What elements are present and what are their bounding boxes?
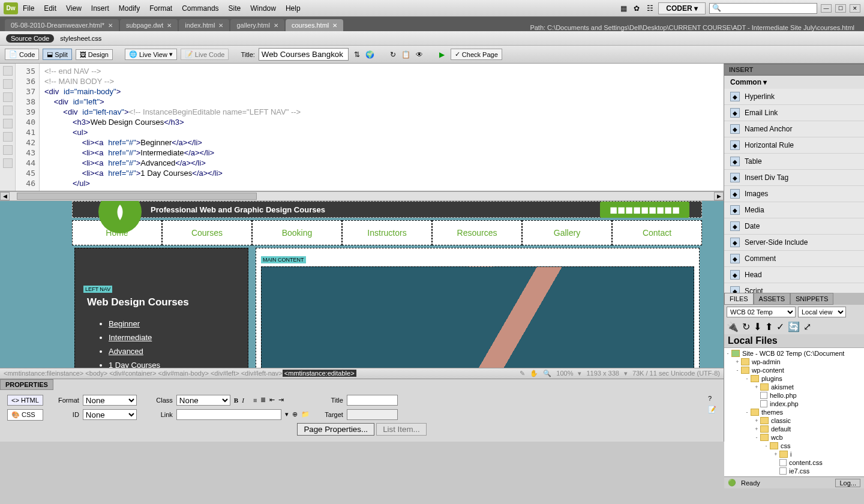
- title-input[interactable]: [347, 395, 398, 406]
- visual-aids-icon[interactable]: 👁: [415, 50, 424, 59]
- close-tab-icon[interactable]: ✕: [274, 22, 278, 29]
- get-icon[interactable]: ⬇: [754, 321, 761, 332]
- checkout-icon[interactable]: ✓: [776, 321, 784, 332]
- panel-tab[interactable]: SNIPPETS: [790, 293, 833, 305]
- live-view-button[interactable]: 🌐Live View ▾: [125, 49, 177, 60]
- view-select[interactable]: Local view: [798, 307, 846, 317]
- site-icon[interactable]: ☷: [645, 4, 655, 13]
- zoom-tool-icon[interactable]: 🔍: [543, 370, 551, 377]
- window-size[interactable]: 1193 x 338: [586, 370, 619, 377]
- menu-modify[interactable]: Modify: [119, 4, 140, 13]
- validate-icon[interactable]: ▶: [437, 50, 447, 59]
- insert-item[interactable]: ◆Media: [724, 202, 864, 218]
- file-mgmt-icon[interactable]: ⇅: [352, 50, 362, 59]
- nav-item[interactable]: Contact: [612, 220, 702, 245]
- ul-button[interactable]: ≡: [253, 397, 257, 404]
- file-row[interactable]: content.css: [724, 458, 864, 467]
- tag-crumb[interactable]: <div#main-body>: [158, 370, 208, 377]
- code-text[interactable]: <!-- end NAV --> <!-- MAIN BODY --> <div…: [40, 64, 724, 191]
- code-view[interactable]: 353637383940414243444546 <!-- end NAV --…: [0, 64, 724, 191]
- site-select[interactable]: WCB 02 Temp: [727, 307, 796, 317]
- quick-tag-icon[interactable]: 📝: [708, 406, 716, 413]
- design-view-button[interactable]: 🖼Design: [76, 49, 113, 60]
- sync-icon[interactable]: 🔄: [788, 321, 800, 332]
- tag-active[interactable]: <mmtinstance:editable>: [283, 370, 356, 377]
- menu-format[interactable]: Format: [149, 4, 172, 13]
- folder-row[interactable]: +classic: [724, 416, 864, 425]
- nav-item[interactable]: Instructors: [342, 220, 432, 245]
- check-page-button[interactable]: ✓Check Page: [451, 49, 502, 60]
- pointer-tool-icon[interactable]: ✎: [520, 370, 525, 377]
- tag-crumb[interactable]: <div#left>: [211, 370, 239, 377]
- source-code-pill[interactable]: Source Code: [6, 34, 54, 43]
- tag-crumb[interactable]: <div#container>: [109, 370, 156, 377]
- tool-icon[interactable]: [3, 158, 13, 168]
- panel-tab[interactable]: ASSETS: [754, 293, 790, 305]
- workspace-switcher[interactable]: CODER ▾: [658, 2, 706, 14]
- tool-icon[interactable]: [3, 106, 13, 115]
- folder-row[interactable]: +i: [724, 450, 864, 458]
- files-tree[interactable]: -Site - WCB 02 Temp (C:\Document +wp-adm…: [724, 348, 864, 476]
- search-input[interactable]: 🔍: [709, 3, 817, 14]
- code-view-button[interactable]: 📄Code: [5, 49, 39, 60]
- close-button[interactable]: ✕: [850, 4, 860, 13]
- insert-item[interactable]: ◆Date: [724, 218, 864, 235]
- menu-window[interactable]: Window: [250, 4, 276, 13]
- file-row[interactable]: index.php: [724, 400, 864, 408]
- folder-row[interactable]: +wp-admin: [724, 358, 864, 366]
- page-properties-button[interactable]: Page Properties...: [297, 423, 374, 436]
- title-input[interactable]: [259, 48, 349, 61]
- insert-item[interactable]: ◆Email Link: [724, 105, 864, 121]
- hand-tool-icon[interactable]: ✋: [530, 370, 538, 377]
- menu-insert[interactable]: Insert: [91, 4, 109, 13]
- view-options-icon[interactable]: 📋: [401, 50, 411, 59]
- folder-row[interactable]: +akismet: [724, 383, 864, 391]
- preview-icon[interactable]: 🌍: [365, 50, 375, 59]
- insert-item[interactable]: ◆Insert Div Tag: [724, 170, 864, 186]
- site-root[interactable]: -Site - WCB 02 Temp (C:\Document: [724, 349, 864, 358]
- insert-item[interactable]: ◆Server-Side Include: [724, 235, 864, 251]
- insert-item[interactable]: ◆Named Anchor: [724, 121, 864, 137]
- tool-icon[interactable]: [3, 132, 13, 142]
- menu-view[interactable]: View: [66, 4, 82, 13]
- browse-icon[interactable]: 📁: [301, 410, 310, 418]
- zoom-level[interactable]: 100%: [556, 370, 573, 377]
- insert-item[interactable]: ◆Head: [724, 267, 864, 283]
- document-tab[interactable]: index.html✕: [179, 19, 229, 31]
- point-to-file-icon[interactable]: ⊕: [292, 410, 298, 418]
- left-nav-item[interactable]: Beginner: [109, 319, 236, 328]
- insert-item[interactable]: ◆Horizontal Rule: [724, 137, 864, 154]
- insert-panel-header[interactable]: INSERT: [724, 64, 864, 76]
- expand-icon[interactable]: ⤢: [803, 321, 811, 332]
- html-mode-button[interactable]: <> HTML: [7, 395, 43, 406]
- tag-crumb[interactable]: <mmtinstance:fileinstance>: [4, 370, 83, 377]
- extend-icon[interactable]: ✿: [632, 4, 641, 13]
- insert-category[interactable]: Common ▾: [724, 76, 864, 89]
- put-icon[interactable]: ⬆: [765, 321, 773, 332]
- nav-item[interactable]: Courses: [162, 220, 252, 245]
- italic-button[interactable]: I: [242, 397, 244, 404]
- main-content-region[interactable]: MAIN CONTENT: [256, 248, 700, 368]
- close-tab-icon[interactable]: ✕: [218, 22, 223, 29]
- tool-icon[interactable]: [3, 79, 13, 89]
- document-tab[interactable]: gallery.html✕: [230, 19, 284, 31]
- nav-item[interactable]: Booking: [252, 220, 342, 245]
- cta-button[interactable]: ◼◼◼◼◼◼◼◼◼: [600, 202, 689, 218]
- outdent-button[interactable]: ⇤: [269, 396, 275, 404]
- minimize-button[interactable]: —: [821, 4, 832, 13]
- log-button[interactable]: Log...: [835, 479, 860, 487]
- document-tab[interactable]: 05-08-2010-Dreamweaver.html*✕: [5, 19, 119, 31]
- menu-edit[interactable]: Edit: [44, 4, 56, 13]
- bold-button[interactable]: B: [234, 397, 238, 404]
- help-icon[interactable]: ?: [708, 395, 716, 402]
- insert-item[interactable]: ◆Table: [724, 154, 864, 170]
- refresh-icon[interactable]: ↻: [742, 321, 750, 332]
- insert-item[interactable]: ◆Images: [724, 186, 864, 202]
- menu-help[interactable]: Help: [286, 4, 301, 13]
- target-input[interactable]: [347, 409, 398, 420]
- tool-icon[interactable]: [3, 119, 13, 128]
- folder-row[interactable]: -themes: [724, 408, 864, 416]
- design-view[interactable]: Professional Web and Graphic Design Cour…: [0, 200, 724, 368]
- id-select[interactable]: None: [83, 409, 137, 420]
- folder-row[interactable]: -wp-content: [724, 366, 864, 374]
